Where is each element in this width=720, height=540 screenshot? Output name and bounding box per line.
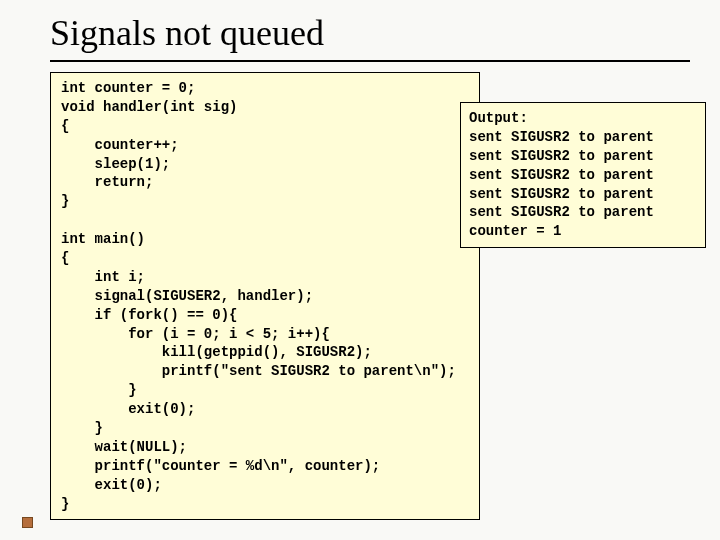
page-title: Signals not queued [50, 10, 692, 60]
slide: Signals not queued int counter = 0; void… [0, 0, 720, 540]
code-block: int counter = 0; void handler(int sig) {… [50, 72, 480, 520]
output-block: Output: sent SIGUSR2 to parent sent SIGU… [460, 102, 706, 248]
footer-bullet-icon [22, 517, 33, 528]
title-underline [50, 60, 690, 62]
